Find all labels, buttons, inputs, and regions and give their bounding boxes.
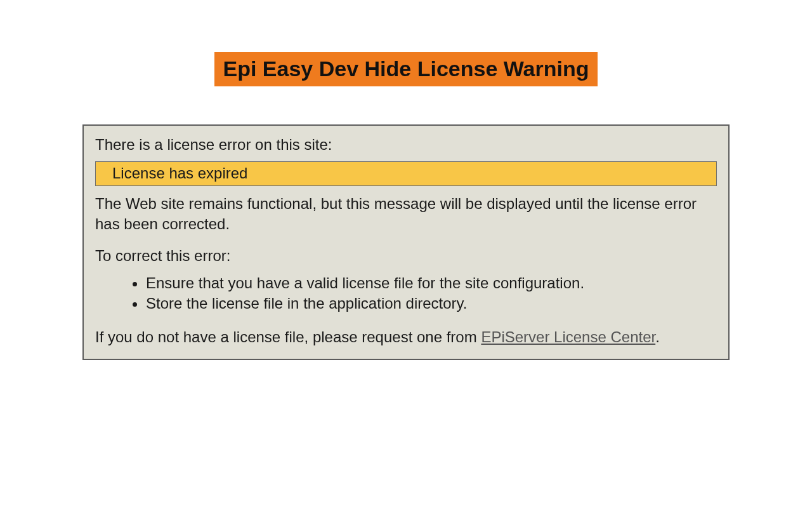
error-footer-prefix: If you do not have a license file, pleas…: [95, 328, 481, 345]
list-item: Store the license file in the applicatio…: [146, 293, 717, 314]
error-footer-suffix: .: [655, 328, 660, 345]
error-correct-label: To correct this error:: [95, 246, 717, 266]
error-intro-text: There is a license error on this site:: [95, 135, 717, 155]
list-item: Ensure that you have a valid license fil…: [146, 273, 717, 293]
license-error-panel: There is a license error on this site: L…: [82, 124, 730, 360]
error-footer-text: If you do not have a license file, pleas…: [95, 327, 717, 347]
error-steps-list: Ensure that you have a valid license fil…: [95, 273, 717, 314]
page-title: Epi Easy Dev Hide License Warning: [214, 52, 598, 86]
episerver-license-center-link[interactable]: EPiServer License Center: [481, 328, 655, 345]
error-explanation-text: The Web site remains functional, but thi…: [95, 194, 717, 235]
error-highlight-banner: License has expired: [95, 161, 717, 185]
